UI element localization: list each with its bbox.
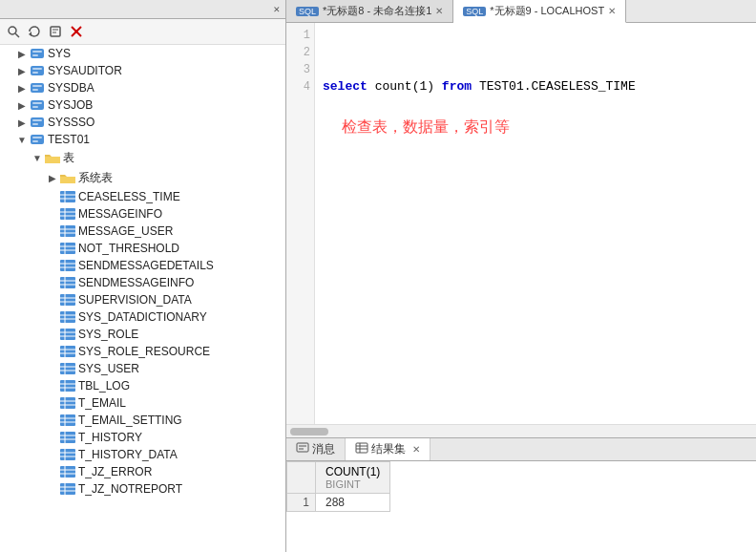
svg-rect-23 xyxy=(31,135,44,144)
col-name: COUNT(1) xyxy=(326,465,380,478)
code-line-3 xyxy=(323,61,748,78)
tree-label-t_jz_error: T_JZ_ERROR xyxy=(78,465,152,478)
svg-rect-9 xyxy=(32,51,42,53)
tree-item-sys[interactable]: ▶ SYS xyxy=(0,45,285,62)
tree-item-t_email_setting[interactable]: ▶ T_EMAIL_SETTING xyxy=(0,412,285,429)
tree-label-systables: 系统表 xyxy=(78,170,113,186)
tab-resultset[interactable]: 结果集 ✕ xyxy=(346,438,430,460)
tree-item-sys_role_resource[interactable]: ▶ SYS_ROLE_RESOURCE xyxy=(0,343,285,360)
tab-untitled9[interactable]: SQL *无标题9 - LOCALHOST ✕ xyxy=(453,0,626,23)
tree-item-ceaseless_time[interactable]: ▶ CEASELESS_TIME xyxy=(0,188,285,205)
panel-close-icon[interactable]: ✕ xyxy=(273,3,280,15)
schema-icon-syssso xyxy=(29,116,46,129)
left-panel: ✕ ▶ SYS xyxy=(0,0,286,552)
expand-arrow-sys[interactable]: ▶ xyxy=(15,49,29,59)
tree-item-systables[interactable]: ▶ 系统表 xyxy=(0,168,285,188)
tree-label-sendmessageinfo: SENDMESSAGEINFO xyxy=(78,276,194,289)
expand-arrow-test01[interactable]: ▼ xyxy=(15,135,29,145)
editor-tabs-row: SQL *无标题8 - 未命名连接1 ✕ SQL *无标题9 - LOCALHO… xyxy=(286,0,756,23)
result-content: COUNT(1) BIGINT 1 288 xyxy=(286,461,756,552)
svg-line-1 xyxy=(15,33,19,37)
tab-resultset-label: 结果集 xyxy=(371,441,406,457)
svg-rect-14 xyxy=(31,83,44,93)
tree-label-message_user: MESSAGE_USER xyxy=(78,224,173,238)
tree-item-sendmessageinfo[interactable]: ▶ SENDMESSAGEINFO xyxy=(0,274,285,291)
horizontal-scrollbar[interactable] xyxy=(286,424,756,437)
tab-untitled8[interactable]: SQL *无标题8 - 未命名连接1 ✕ xyxy=(286,0,453,22)
expand-arrow-syssso[interactable]: ▶ xyxy=(15,117,29,128)
svg-rect-86 xyxy=(60,449,75,460)
expand-arrow-sysauditor[interactable]: ▶ xyxy=(15,66,29,76)
tree-item-messageinfo[interactable]: ▶ MESSAGEINFO xyxy=(0,205,285,223)
tree-item-tbl_log[interactable]: ▶ TBL_LOG xyxy=(0,377,285,394)
tree-item-sysdba[interactable]: ▶ SYSDBA xyxy=(0,79,285,96)
code-editor[interactable]: select count(1) from TEST01.CEASELESS_TI… xyxy=(315,23,756,424)
tree-item-sys_role[interactable]: ▶ SYS_ROLE xyxy=(0,326,285,343)
editor-area[interactable]: 1 2 3 4 select count(1) from TEST01.CEAS… xyxy=(286,23,756,424)
table-icon-sys_datadictionary xyxy=(59,310,76,324)
tree-label-t_email_setting: T_EMAIL_SETTING xyxy=(78,414,182,427)
h-scroll-thumb[interactable] xyxy=(290,428,328,435)
sql-badge-8: SQL xyxy=(296,7,319,16)
result-table: COUNT(1) BIGINT 1 288 xyxy=(286,461,390,512)
search-button[interactable] xyxy=(4,22,23,41)
code-line-2 xyxy=(323,44,748,61)
tree-label-syssso: SYSSSO xyxy=(48,116,94,129)
tree-item-t_email[interactable]: ▶ T_EMAIL xyxy=(0,394,285,412)
svg-rect-19 xyxy=(32,106,38,108)
schema-icon-sysjob xyxy=(29,98,46,112)
tree-item-t_history_data[interactable]: ▶ T_HISTORY_DATA xyxy=(0,446,285,463)
svg-rect-50 xyxy=(60,294,75,306)
table-icon-t_jz_error xyxy=(59,465,76,478)
tree-item-tables-folder[interactable]: ▼ 表 xyxy=(0,148,285,168)
tree-item-sys_datadictionary[interactable]: ▶ SYS_DATADICTIONARY xyxy=(0,308,285,326)
edit-button[interactable] xyxy=(46,22,65,41)
tree-item-sys_user[interactable]: ▶ SYS_USER xyxy=(0,360,285,377)
tree-label-sys_datadictionary: SYS_DATADICTIONARY xyxy=(78,310,207,324)
svg-rect-13 xyxy=(32,72,38,74)
result-row-1: 1 288 xyxy=(287,494,390,512)
tab-close-9[interactable]: ✕ xyxy=(608,6,616,16)
tree-item-sysjob[interactable]: ▶ SYSJOB xyxy=(0,96,285,114)
schema-icon-sys xyxy=(29,47,46,60)
tree-item-t_history[interactable]: ▶ T_HISTORY xyxy=(0,429,285,446)
hint-text: 检查表，数据量，索引等 xyxy=(323,96,748,159)
expand-arrow-sysjob[interactable]: ▶ xyxy=(15,100,29,111)
table-icon-sys_role_resource xyxy=(59,345,76,358)
tree-item-syssso[interactable]: ▶ SYSSSO xyxy=(0,114,285,131)
tree-item-sysauditor[interactable]: ▶ SYSAUDITOR xyxy=(0,62,285,79)
tree-item-not_threshold[interactable]: ▶ NOT_THRESHOLD xyxy=(0,240,285,257)
tree-item-t_jz_notreport[interactable]: ▶ T_JZ_NOTREPORT xyxy=(0,480,285,498)
close-x-button[interactable] xyxy=(67,22,86,41)
bottom-panel: 消息 结果集 ✕ COUNT(1) xyxy=(286,437,756,552)
resultset-icon xyxy=(355,442,368,456)
svg-rect-34 xyxy=(60,225,75,237)
tab-close-8[interactable]: ✕ xyxy=(435,6,443,16)
svg-rect-70 xyxy=(60,380,75,392)
expand-arrow-systables[interactable]: ▶ xyxy=(46,173,59,183)
table-icon-t_history_data xyxy=(59,448,76,461)
tab-messages[interactable]: 消息 xyxy=(286,438,346,460)
tree-item-supervision_data[interactable]: ▶ SUPERVISION_DATA xyxy=(0,291,285,308)
tab-resultset-close[interactable]: ✕ xyxy=(412,444,420,455)
svg-rect-21 xyxy=(32,119,42,121)
panel-header: ✕ xyxy=(0,0,285,19)
line-numbers: 1 2 3 4 xyxy=(286,23,315,424)
expand-arrow-tables[interactable]: ▼ xyxy=(31,153,44,163)
tree-label-t_history_data: T_HISTORY_DATA xyxy=(78,448,178,461)
tree-item-t_jz_error[interactable]: ▶ T_JZ_ERROR xyxy=(0,463,285,480)
svg-rect-12 xyxy=(32,68,42,70)
expand-arrow-sysdba[interactable]: ▶ xyxy=(15,83,29,94)
refresh-button[interactable] xyxy=(25,22,44,41)
tree-item-sendmessagedetails[interactable]: ▶ SENDMESSAGEDETAILS xyxy=(0,257,285,274)
tree-item-message_user[interactable]: ▶ MESSAGE_USER xyxy=(0,223,285,240)
table-icon-message_user xyxy=(59,224,76,238)
table-icon-sendmessagedetails xyxy=(59,259,76,272)
table-icon-t_email_setting xyxy=(59,414,76,427)
tree-area[interactable]: ▶ SYS ▶ SYSAUDITOR ▶ xyxy=(0,45,285,552)
tree-item-test01[interactable]: ▼ TEST01 xyxy=(0,131,285,148)
code-line-4: select count(1) from TEST01.CEASELESS_TI… xyxy=(323,78,748,96)
tree-label-ceaseless_time: CEASELESS_TIME xyxy=(78,190,180,203)
keyword-count: count(1) xyxy=(375,78,434,96)
col-header-count: COUNT(1) BIGINT xyxy=(316,462,390,494)
